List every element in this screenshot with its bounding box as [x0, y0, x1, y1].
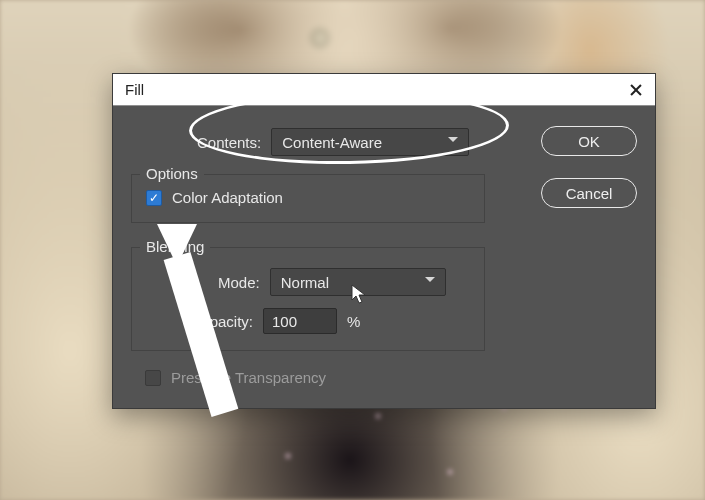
ok-button[interactable]: OK [541, 126, 637, 156]
preserve-transparency-label: Preserve Transparency [171, 369, 326, 386]
opacity-row: Opacity: 100 % [198, 308, 470, 334]
mode-select[interactable]: Normal [270, 268, 446, 296]
blending-group: Blending Mode: Normal Opacity: 100 % [131, 247, 485, 351]
opacity-value: 100 [272, 313, 297, 330]
options-legend: Options [140, 165, 204, 182]
contents-value: Content-Aware [282, 134, 382, 151]
blending-legend: Blending [140, 238, 210, 255]
color-adaptation-row: ✓ Color Adaptation [146, 189, 470, 206]
preserve-transparency-checkbox [145, 370, 161, 386]
options-group: Options ✓ Color Adaptation [131, 174, 485, 223]
mode-label: Mode: [218, 274, 260, 291]
fill-dialog: Fill Contents: Content-Aware Options ✓ C… [112, 73, 656, 409]
color-adaptation-label: Color Adaptation [172, 189, 283, 206]
titlebar[interactable]: Fill [113, 74, 655, 106]
chevron-down-icon [425, 277, 435, 287]
check-icon: ✓ [149, 192, 159, 204]
mode-value: Normal [281, 274, 329, 291]
close-icon[interactable] [627, 81, 645, 99]
opacity-unit: % [347, 313, 360, 330]
cancel-button[interactable]: Cancel [541, 178, 637, 208]
dialog-body: Contents: Content-Aware Options ✓ Color … [113, 106, 655, 408]
dialog-buttons: OK Cancel [541, 126, 637, 208]
contents-label: Contents: [197, 134, 261, 151]
dialog-title: Fill [125, 81, 144, 98]
preserve-transparency-row: Preserve Transparency [145, 369, 637, 386]
chevron-down-icon [448, 137, 458, 147]
color-adaptation-checkbox[interactable]: ✓ [146, 190, 162, 206]
opacity-label: Opacity: [198, 313, 253, 330]
mode-row: Mode: Normal [218, 268, 470, 296]
contents-select[interactable]: Content-Aware [271, 128, 469, 156]
opacity-input[interactable]: 100 [263, 308, 337, 334]
